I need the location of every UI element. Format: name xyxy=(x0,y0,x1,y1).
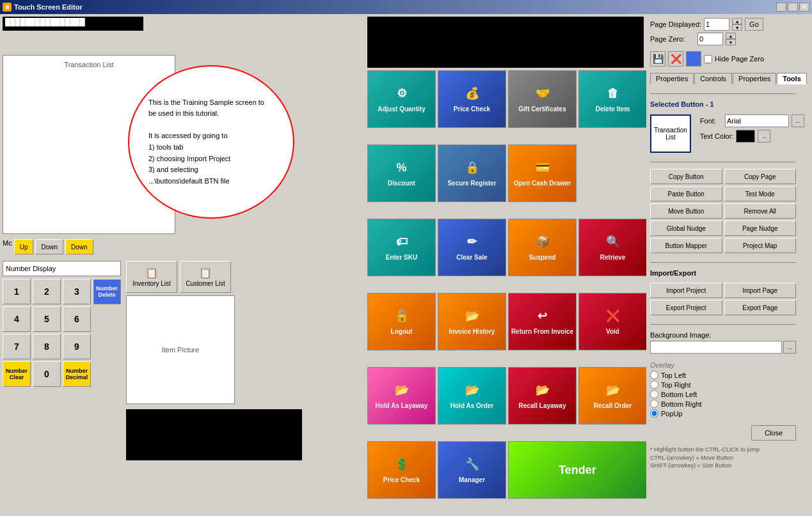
overlay-top-right-radio[interactable] xyxy=(650,380,658,389)
tab-controls[interactable]: Controls xyxy=(694,73,732,84)
color-swatch[interactable] xyxy=(736,130,755,143)
action-buttons: Copy Button Copy Page Paste Button Test … xyxy=(650,169,796,253)
tab-properties-1[interactable]: Properties xyxy=(650,73,694,84)
page-zero-up[interactable]: ▲ xyxy=(726,33,736,39)
tab-properties-2[interactable]: Properties xyxy=(733,73,776,84)
copy-button-btn[interactable]: Copy Button xyxy=(650,169,722,184)
maximize-btn[interactable]: □ xyxy=(788,3,798,12)
number-clear-btn[interactable]: Number Clear xyxy=(3,361,31,387)
customer-list-btn[interactable]: 📋 Customer List xyxy=(180,261,231,293)
remove-all-btn[interactable]: Remove All xyxy=(724,203,797,219)
enter-sku-btn[interactable]: 🏷 Enter SKU xyxy=(367,219,436,276)
color-btn[interactable] xyxy=(686,51,701,66)
background-section: Background Image: ... xyxy=(650,331,796,357)
background-label: Background Image: xyxy=(650,331,796,339)
num-6[interactable]: 6 xyxy=(63,306,91,332)
font-browse-btn[interactable]: ... xyxy=(792,114,804,127)
void-btn[interactable]: ❌ Void xyxy=(578,293,647,350)
transaction-list-label: Transaction List xyxy=(64,61,113,68)
text-color-row: Text Color: ... xyxy=(700,130,804,143)
export-page-btn[interactable]: Export Page xyxy=(724,300,797,315)
test-mode-btn[interactable]: Test Mode xyxy=(724,186,797,201)
window-controls[interactable]: _ □ ✕ xyxy=(776,3,809,12)
font-label: Font: xyxy=(700,117,722,125)
overlay-bottom-right-radio[interactable] xyxy=(650,400,658,408)
color-browse-btn[interactable]: ... xyxy=(758,130,770,143)
bg-browse-btn[interactable]: ... xyxy=(783,341,796,354)
recall-order-btn[interactable]: 📂 Recall Order xyxy=(578,367,647,425)
hold-as-order-btn[interactable]: 📂 Hold As Order xyxy=(438,367,506,425)
gift-cert-btn[interactable]: 🤝 Gift Certificates xyxy=(508,70,577,128)
num-9[interactable]: 9 xyxy=(63,334,91,359)
number-decimal-btn[interactable]: Number Decimal xyxy=(63,361,91,387)
import-project-btn[interactable]: Import Project xyxy=(650,283,722,298)
hold-as-layaway-btn[interactable]: 📂 Hold As Layaway xyxy=(367,367,436,425)
up-btn[interactable]: Up xyxy=(14,239,34,254)
delete-item-btn[interactable]: 🗑 Delete Item xyxy=(578,70,647,128)
page-zero-input[interactable] xyxy=(697,33,723,45)
page-displayed-input[interactable] xyxy=(704,18,729,31)
num-0[interactable]: 0 xyxy=(33,361,61,387)
num-3[interactable]: 3 xyxy=(63,279,91,304)
overlay-bottom-left-radio[interactable] xyxy=(650,390,658,398)
overlay-top-left-radio[interactable] xyxy=(650,371,658,379)
open-cash-drawer-btn[interactable]: 💳 Open Cash Drawer xyxy=(508,145,577,202)
tab-tools[interactable]: Tools xyxy=(777,73,807,84)
suspend-btn[interactable]: 📦 Suspend xyxy=(508,219,577,276)
overlay-section: Overlay Top Left Top Right Bottom Left B… xyxy=(650,361,796,419)
import-page-btn[interactable]: Import Page xyxy=(724,283,797,298)
price-check-btn-1[interactable]: 💰 Price Check xyxy=(438,70,506,128)
num-4[interactable]: 4 xyxy=(3,306,31,332)
export-project-btn[interactable]: Export Project xyxy=(650,300,722,315)
tender-label: Tender xyxy=(559,464,596,477)
close-window-btn[interactable]: ✕ xyxy=(799,3,809,12)
return-from-invoice-btn[interactable]: ↩ Return From Invoice xyxy=(508,293,577,350)
copy-page-btn[interactable]: Copy Page xyxy=(724,169,797,184)
num-8[interactable]: 8 xyxy=(33,334,61,359)
save-icon[interactable]: 💾 xyxy=(650,51,665,66)
prop-area: Transaction List Font: ... Text Color: .… xyxy=(650,114,796,153)
logout-icon: 🔓 xyxy=(393,308,411,325)
page-displayed-label: Page Displayed: xyxy=(650,20,701,28)
project-map-btn[interactable]: Project Map xyxy=(724,238,797,253)
page-nudge-btn[interactable]: Page Nudge xyxy=(724,221,797,236)
manager-btn[interactable]: 🔧 Manager xyxy=(438,441,506,499)
retrieve-icon: 🔍 xyxy=(604,233,622,251)
name-field[interactable]: ████████████████ xyxy=(3,17,143,31)
close-btn[interactable]: Close xyxy=(751,425,796,441)
delete-icon[interactable]: ❌ xyxy=(668,51,683,66)
window-title: Touch Screen Editor xyxy=(14,3,83,11)
recall-layaway-btn[interactable]: 📂 Recall Layaway xyxy=(508,367,577,425)
logout-btn[interactable]: 🔓 Logout xyxy=(367,293,436,350)
tender-btn[interactable]: Tender xyxy=(508,441,647,499)
overlay-popup-radio[interactable] xyxy=(650,409,658,418)
num-1[interactable]: 1 xyxy=(3,279,31,304)
move-button-btn[interactable]: Move Button xyxy=(650,203,722,219)
bg-image-input[interactable] xyxy=(650,341,782,354)
num-7[interactable]: 7 xyxy=(3,334,31,359)
down-btn2[interactable]: Down xyxy=(65,239,93,254)
page-displayed-down[interactable]: ▼ xyxy=(732,24,742,31)
retrieve-btn[interactable]: 🔍 Retrieve xyxy=(578,219,647,276)
num-5[interactable]: 5 xyxy=(33,306,61,332)
number-delete-btn[interactable]: Number Delete xyxy=(93,279,121,304)
button-mapper-btn[interactable]: Button Mapper xyxy=(650,238,722,253)
invoice-history-btn[interactable]: 📂 Invoice History xyxy=(438,293,506,350)
adjust-quantity-btn[interactable]: ⚙ Adjust Quantity xyxy=(367,70,436,128)
inventory-list-btn[interactable]: 📋 Inventory List xyxy=(126,261,177,293)
price-check-icon-2: 💲 xyxy=(393,456,411,474)
num-2[interactable]: 2 xyxy=(33,279,61,304)
go-btn[interactable]: Go xyxy=(745,18,763,31)
minimize-btn[interactable]: _ xyxy=(776,3,786,12)
page-zero-down[interactable]: ▼ xyxy=(726,39,736,45)
font-input[interactable] xyxy=(725,114,789,127)
price-check-btn-2[interactable]: 💲 Price Check xyxy=(367,441,436,499)
secure-register-btn[interactable]: 🔒 Secure Register xyxy=(438,145,506,202)
discount-btn[interactable]: % Discount xyxy=(367,145,436,202)
clear-sale-btn[interactable]: ✏ Clear Sale xyxy=(438,219,506,276)
down-btn1[interactable]: Down xyxy=(35,239,63,254)
paste-button-btn[interactable]: Paste Button xyxy=(650,186,722,201)
page-displayed-up[interactable]: ▲ xyxy=(732,18,742,24)
hide-page-zero-checkbox[interactable] xyxy=(704,55,712,63)
global-nudge-btn[interactable]: Global Nudge xyxy=(650,221,722,236)
